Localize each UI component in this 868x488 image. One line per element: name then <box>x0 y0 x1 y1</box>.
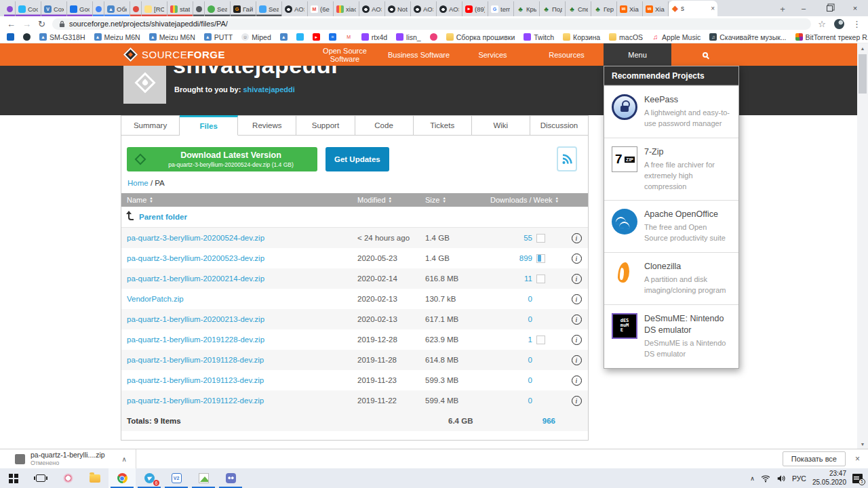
tab-close-icon[interactable]: × <box>711 5 715 12</box>
bookmark-item[interactable]: ≡ <box>329 33 336 41</box>
info-icon[interactable]: i <box>572 375 582 386</box>
browser-tab[interactable]: stat <box>167 1 193 16</box>
volume-icon[interactable] <box>776 474 786 483</box>
bookmark-item[interactable]: ☺ Miped <box>241 33 271 41</box>
info-icon[interactable]: i <box>572 233 582 243</box>
info-icon[interactable]: i <box>572 396 582 406</box>
tray-chevron-icon[interactable]: ∧ <box>750 475 755 482</box>
file-link[interactable]: pa-quartz-1-beryllium-20191122-dev.zip <box>127 396 357 405</box>
info-icon[interactable]: i <box>572 274 582 284</box>
rss-feed-button[interactable] <box>557 146 577 171</box>
column-size[interactable]: Size <box>425 196 490 204</box>
bookmark-item[interactable] <box>430 33 437 41</box>
scroll-down-arrow[interactable]: ▼ <box>857 439 868 449</box>
taskbar-v2-button[interactable]: V2 <box>163 468 190 488</box>
bookmark-item[interactable]: macOS <box>609 33 643 41</box>
download-latest-button[interactable]: Download Latest Version pa-quartz-3-bery… <box>127 147 317 171</box>
parent-folder-row[interactable]: Parent folder <box>121 207 588 228</box>
breadcrumb-home-link[interactable]: Home <box>127 179 149 187</box>
project-author-link[interactable]: shivatejapeddi <box>243 85 294 94</box>
sf-nav-item[interactable]: Menu <box>604 43 671 66</box>
file-link[interactable]: pa-quartz-1-beryllium-20191128-dev.zip <box>127 356 357 364</box>
browser-menu-icon[interactable]: ⋮ <box>852 20 861 28</box>
bookmark-item[interactable]: ▲ <box>280 33 288 41</box>
browser-tab[interactable]: [RO <box>142 1 167 16</box>
info-icon[interactable]: i <box>572 294 582 304</box>
close-window-button[interactable]: × <box>842 0 868 16</box>
file-link[interactable]: pa-quartz-1-beryllium-20200214-dev.zip <box>127 274 357 283</box>
browser-tab[interactable] <box>130 1 142 16</box>
column-name[interactable]: Name <box>127 196 357 204</box>
file-link[interactable]: pa-quartz-1-beryllium-20191228-dev.zip <box>127 336 357 344</box>
bookmark-item[interactable]: ♫ Apple Music <box>652 33 701 41</box>
download-bar-close-icon[interactable]: × <box>855 454 860 464</box>
scroll-up-arrow[interactable]: ▲ <box>857 43 868 53</box>
browser-tab[interactable]: ♣ Гер <box>591 1 617 16</box>
browser-tab[interactable]: Not <box>385 1 411 16</box>
bookmark-item[interactable]: Сборка прошивки <box>446 33 515 41</box>
browser-tab[interactable]: MI Xia <box>617 1 643 16</box>
parent-folder-link[interactable]: Parent folder <box>139 213 187 221</box>
recommended-project-item[interactable]: KeePass A lightweight and easy-to-use pa… <box>604 85 738 138</box>
action-center-icon[interactable]: 5 <box>852 474 863 483</box>
browser-tab[interactable]: ◆ s × <box>669 1 717 16</box>
project-tab[interactable]: Support <box>296 115 355 136</box>
url-field[interactable]: sourceforge.net/projects/shivatejapeddi/… <box>52 18 811 30</box>
taskbar-image-editor-button[interactable] <box>190 468 217 488</box>
project-tab[interactable]: Files <box>180 115 238 136</box>
browser-tab[interactable]: G terr <box>488 1 514 16</box>
project-tab[interactable]: Discussion <box>530 115 589 136</box>
get-updates-button[interactable]: Get Updates <box>326 147 389 171</box>
taskbar-telegram-button[interactable]: 6 <box>136 468 163 488</box>
bookmark-item[interactable]: Twitch <box>524 33 554 41</box>
browser-tab[interactable]: MI Xia <box>643 1 669 16</box>
sf-nav-item[interactable]: Services <box>456 43 530 66</box>
clock[interactable]: 23:47 25.05.2020 <box>812 470 846 487</box>
taskbar-taskview-button[interactable] <box>27 468 54 488</box>
bookmark-star-icon[interactable]: ☆ <box>818 20 826 28</box>
project-tab[interactable]: Code <box>355 115 414 136</box>
bookmark-item[interactable]: ▲ Meizu M6N <box>149 33 195 41</box>
bookmark-item[interactable]: ▲ PUTT <box>204 33 233 41</box>
taskbar-discord-button[interactable] <box>217 468 244 488</box>
bookmark-item[interactable] <box>296 33 304 41</box>
search-button[interactable] <box>671 43 739 66</box>
browser-tab[interactable]: AOS <box>411 1 437 16</box>
wifi-icon[interactable] <box>761 474 770 483</box>
bookmark-item[interactable]: ▲ Meizu M6N <box>94 33 140 41</box>
browser-tab[interactable]: V Сох <box>41 1 67 16</box>
browser-tab[interactable]: AOS <box>437 1 462 16</box>
sourceforge-logo[interactable]: SOURCEFORGE <box>125 43 225 66</box>
minimize-button[interactable]: – <box>791 0 816 16</box>
browser-tab[interactable]: G Гай <box>231 1 256 16</box>
recommended-project-item[interactable]: DeSmuME: Nintendo DS emulator DeSmuME is… <box>604 304 738 368</box>
info-icon[interactable]: i <box>572 253 582 264</box>
keyboard-language[interactable]: РУС <box>792 474 806 483</box>
project-tab[interactable]: Summary <box>121 115 180 136</box>
file-link[interactable]: pa-quartz-1-beryllium-20191123-dev.zip <box>127 376 357 384</box>
browser-tab[interactable]: Sea <box>256 1 282 16</box>
taskbar-chrome-button[interactable] <box>108 468 136 488</box>
file-link[interactable]: pa-quartz-3-beryllium-20200523-dev.zip <box>127 254 357 262</box>
forward-button[interactable]: → <box>22 20 31 28</box>
reload-button[interactable]: ↻ <box>38 20 45 28</box>
taskbar-explorer-button[interactable] <box>81 468 108 488</box>
info-icon[interactable]: i <box>572 335 582 345</box>
profile-avatar[interactable] <box>834 19 844 29</box>
download-item[interactable]: pa-quartz-1-berylli....zip Отменено <box>0 449 113 468</box>
bookmark-item[interactable]: Корзина <box>563 33 600 41</box>
browser-tab[interactable]: AOS <box>282 1 308 16</box>
back-button[interactable]: ← <box>7 20 16 28</box>
new-tab-button[interactable]: + <box>774 1 791 16</box>
recommended-project-item[interactable]: 7-Zip A free file archiver for extremely… <box>604 138 738 201</box>
browser-tab[interactable]: ▸ (89) <box>462 1 488 16</box>
bookmark-item[interactable] <box>7 33 14 41</box>
taskbar-start-button[interactable] <box>0 468 27 488</box>
file-link[interactable]: pa-quartz-3-beryllium-20200524-dev.zip <box>127 234 357 242</box>
project-tab[interactable]: Reviews <box>238 115 296 136</box>
file-link[interactable]: pa-quartz-1-beryllium-20200213-dev.zip <box>127 315 357 323</box>
column-modified[interactable]: Modified <box>357 196 425 204</box>
bookmark-item[interactable]: BitTorrent трекер R... <box>795 33 868 41</box>
browser-tab[interactable]: ▲ Обн <box>104 1 130 16</box>
recommended-project-item[interactable]: Apache OpenOffice The free and Open Sour… <box>604 200 738 252</box>
